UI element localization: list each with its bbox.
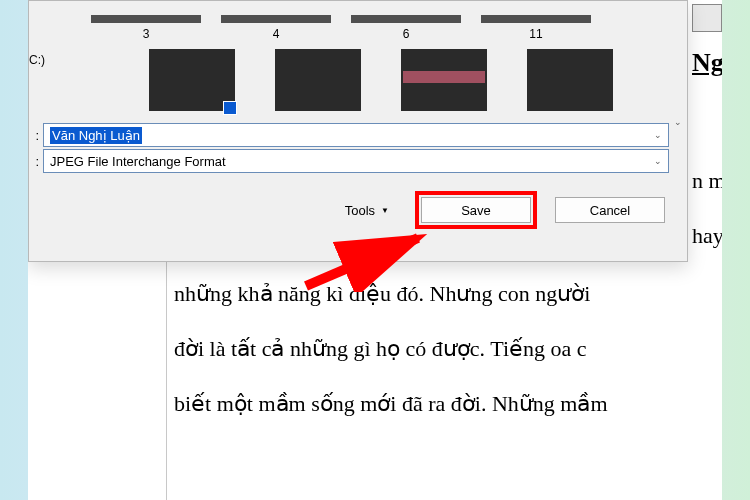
filename-value: Văn Nghị Luận: [50, 127, 142, 144]
document-text-fragment: hay nh: [692, 223, 722, 249]
thumbnail-item[interactable]: [149, 49, 235, 111]
chevron-down-icon[interactable]: ⌄: [654, 130, 662, 140]
document-heading-fragment: Ngh: [692, 48, 722, 78]
thumbnail-item[interactable]: [527, 49, 613, 111]
document-body: những khả năng kì diệu đó. Nhưng con ngư…: [166, 256, 722, 431]
filetype-label: :: [31, 154, 39, 169]
thumbnail-row-top: 3 4 6 11: [29, 1, 687, 41]
cancel-button[interactable]: Cancel: [555, 197, 665, 223]
thumbnail-item[interactable]: 6: [347, 15, 465, 41]
filetype-row: : JPEG File Interchange Format ⌄: [29, 149, 687, 173]
thumbnail-row-bottom: [29, 49, 687, 111]
scroll-down-button[interactable]: ⌄: [669, 113, 687, 131]
tools-menu[interactable]: Tools ▼: [345, 203, 389, 218]
filename-combo[interactable]: Văn Nghị Luận ⌄: [43, 123, 669, 147]
drive-label: C:): [29, 53, 39, 67]
save-button[interactable]: Save: [421, 197, 531, 223]
filetype-combo[interactable]: JPEG File Interchange Format ⌄: [43, 149, 669, 173]
stage: Ngh n mỗi hay nh những khả năng kì diệu …: [28, 0, 722, 500]
thumbnail-item[interactable]: 3: [87, 15, 205, 41]
save-dialog: 3 4 6 11 C:) ⌄ :: [28, 0, 688, 262]
thumbnail-item[interactable]: [275, 49, 361, 111]
thumbnail-item[interactable]: [401, 49, 487, 111]
document-image-placeholder: [692, 4, 722, 32]
chevron-down-icon: ▼: [381, 206, 389, 215]
chevron-down-icon[interactable]: ⌄: [654, 156, 662, 166]
filetype-value: JPEG File Interchange Format: [50, 154, 226, 169]
scrollbar-vertical[interactable]: ⌄: [669, 1, 687, 131]
document-line: những khả năng kì diệu đó. Nhưng con ngư…: [174, 266, 714, 321]
document-text-fragment: n mỗi: [692, 168, 722, 194]
document-line: đời là tất cả những gì họ có được. Tiếng…: [174, 321, 714, 376]
thumbnail-item[interactable]: 4: [217, 15, 335, 41]
filename-row: : Văn Nghị Luận ⌄: [29, 123, 687, 147]
filename-label: :: [31, 128, 39, 143]
thumbnail-item[interactable]: 11: [477, 15, 595, 41]
dialog-button-row: Tools ▼ Save Cancel: [29, 191, 687, 229]
document-line: biết một mầm sống mới đã ra đời. Những m…: [174, 376, 714, 431]
save-highlight-annotation: Save: [415, 191, 537, 229]
tools-label: Tools: [345, 203, 375, 218]
